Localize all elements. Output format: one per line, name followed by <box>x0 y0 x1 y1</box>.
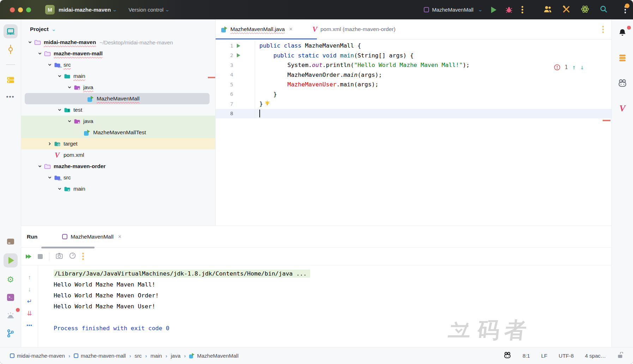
dependencies-toolwindow-button[interactable] <box>4 235 18 247</box>
science-plugin-button[interactable] <box>581 5 589 15</box>
structure-toolwindow-button[interactable] <box>4 74 18 86</box>
ai-assistant-status-button[interactable] <box>504 352 511 360</box>
code-line: 1 public class MazheMavenMall { <box>216 41 611 51</box>
database-toolwindow-button[interactable] <box>615 52 629 64</box>
notifications-button[interactable] <box>615 26 629 38</box>
breadcrumb-main[interactable]: main <box>150 353 162 359</box>
run-button[interactable] <box>491 7 496 13</box>
tree-row-main[interactable]: main <box>21 70 215 82</box>
atom-icon <box>581 5 589 13</box>
tree-row-test[interactable]: test <box>21 104 215 116</box>
search-everywhere-button[interactable] <box>600 5 608 14</box>
encoding-widget[interactable]: UTF-8 <box>559 353 574 359</box>
tree-row-class-selected[interactable]: MazheMavenMall <box>25 93 210 104</box>
breadcrumb-java[interactable]: java <box>171 353 181 359</box>
run-tab-scrollbar[interactable] <box>41 247 95 248</box>
chevron-down-icon <box>58 108 62 112</box>
run-configuration-selector[interactable]: MazheMavenMall ⌄ <box>424 7 482 13</box>
run-tab[interactable]: MazheMavenMall × <box>62 234 121 240</box>
search-icon <box>600 5 608 13</box>
status-bar: midai-mazhe-maven › mazhe-maven-mall › s… <box>0 347 633 364</box>
settings-sync-button[interactable]: ⚙ <box>4 273 18 285</box>
tree-row-test-class[interactable]: MazheMavenMallTest <box>21 127 215 138</box>
run-class-gutter-button[interactable] <box>233 44 244 48</box>
breadcrumb-class[interactable]: MazheMavenMall <box>189 353 239 359</box>
console[interactable]: ↑ ↓ ↵ ⇊ ••• /Library/Java/JavaVirtualMac… <box>21 265 611 347</box>
minimize-window-button[interactable] <box>18 7 23 12</box>
tree-row-module-order[interactable]: mazhe-maven-order <box>21 161 215 172</box>
rerun-button[interactable] <box>26 254 31 259</box>
tree-row-pom[interactable]: V pom.xml <box>21 149 215 161</box>
debug-button[interactable] <box>506 6 512 13</box>
caret-position-widget[interactable]: 8:1 <box>523 353 530 359</box>
console-line <box>54 312 310 323</box>
console-more-button[interactable]: ••• <box>26 322 32 328</box>
project-toolwindow-button[interactable] <box>4 24 18 38</box>
console-line: Hello World Mazhe Maven User! <box>54 301 310 312</box>
breadcrumb-project[interactable]: midai-mazhe-maven <box>10 353 65 359</box>
inspection-widget[interactable]: 1 ↑ ↓ <box>554 63 584 71</box>
tree-row-src[interactable]: </> src <box>21 59 215 70</box>
more-run-actions-button[interactable] <box>522 6 523 13</box>
tab-pom-xml[interactable]: V pom.xml (mazhe-maven-order) <box>307 19 400 39</box>
commit-toolwindow-button[interactable] <box>4 43 18 55</box>
breadcrumb-module[interactable]: mazhe-maven-mall <box>74 353 126 359</box>
line-ending-widget[interactable]: LF <box>541 353 548 359</box>
close-tab-icon[interactable]: × <box>289 26 293 33</box>
readonly-lock-button[interactable] <box>617 352 623 359</box>
tab-mazhemavenmall-java[interactable]: MazheMavenMall.java × <box>216 19 297 39</box>
code-line: 7 } <box>216 99 611 109</box>
chevron-down-icon <box>58 74 62 78</box>
tree-row-target[interactable]: target <box>21 138 215 149</box>
tree-row-test-java[interactable]: java <box>21 116 215 127</box>
watermark: 码者 <box>446 315 533 345</box>
tree-row-order-main[interactable]: main <box>21 183 215 195</box>
tree-row-project-root[interactable]: midai-mazhe-maven ~/Desktop/midai-mazhe-… <box>21 37 215 48</box>
console-line: Hello World Mazhe Maven Mall! <box>54 279 310 290</box>
more-toolwindows-button[interactable]: ••• <box>4 91 18 103</box>
breadcrumb-src[interactable]: src <box>134 353 141 359</box>
run-toolwindow-button[interactable] <box>4 253 18 267</box>
project-widget[interactable]: midai-mazhe-maven <box>59 7 111 13</box>
close-window-button[interactable] <box>10 7 15 12</box>
code-editor[interactable]: 1 public class MazheMavenMall { 2 public… <box>216 39 611 118</box>
tree-row-java[interactable]: java <box>21 82 215 93</box>
tools-button[interactable] <box>562 5 570 14</box>
capture-snapshot-button[interactable] <box>56 253 63 260</box>
profiler-button[interactable] <box>69 252 76 260</box>
project-path: ~/Desktop/midai-mazhe-maven <box>100 39 173 45</box>
chevron-down-icon[interactable]: ⌄ <box>52 26 56 32</box>
git-toolwindow-button[interactable] <box>4 327 18 339</box>
up-stacktrace-button[interactable]: ↑ <box>28 274 31 280</box>
right-tool-strip: V <box>611 19 633 347</box>
vcs-widget[interactable]: Version control <box>128 7 163 13</box>
commit-icon <box>7 45 14 54</box>
run-panel: Run MazheMavenMall × ↑ ↓ ↵ <box>21 226 611 347</box>
problems-toolwindow-button[interactable] <box>4 309 18 321</box>
down-stacktrace-button[interactable]: ↓ <box>28 286 31 292</box>
run-options-button[interactable] <box>82 253 84 260</box>
error-count: 1 <box>565 64 568 70</box>
scroll-to-end-button[interactable]: ⇊ <box>27 310 32 316</box>
chevron-down-icon <box>48 175 52 180</box>
maven-toolwindow-button[interactable]: V <box>615 103 629 115</box>
project-badge-icon[interactable]: M <box>45 5 55 14</box>
tree-row-order-src[interactable]: </> src <box>21 172 215 183</box>
indent-widget[interactable]: 4 spac… <box>585 353 606 359</box>
editor-tab-options-button[interactable] <box>602 26 604 33</box>
zoom-window-button[interactable] <box>26 7 31 12</box>
stop-button[interactable] <box>38 254 43 259</box>
test-sources-folder-icon <box>73 118 80 124</box>
next-problem-button[interactable]: ↓ <box>580 63 584 71</box>
main-menu-button[interactable] <box>625 6 626 13</box>
previous-problem-button[interactable]: ↑ <box>572 63 576 71</box>
ai-assistant-button[interactable] <box>615 77 629 89</box>
code-with-me-button[interactable] <box>544 6 552 14</box>
soft-wrap-button[interactable]: ↵ <box>27 298 32 304</box>
intention-bulb-icon[interactable] <box>264 100 270 107</box>
chevron-right-icon: › <box>129 353 131 359</box>
run-main-gutter-button[interactable] <box>233 53 244 57</box>
terminal-toolwindow-button[interactable]: >_ <box>4 291 18 303</box>
close-tab-icon[interactable]: × <box>118 234 121 240</box>
tree-row-module[interactable]: mazhe-maven-mall <box>21 48 215 59</box>
